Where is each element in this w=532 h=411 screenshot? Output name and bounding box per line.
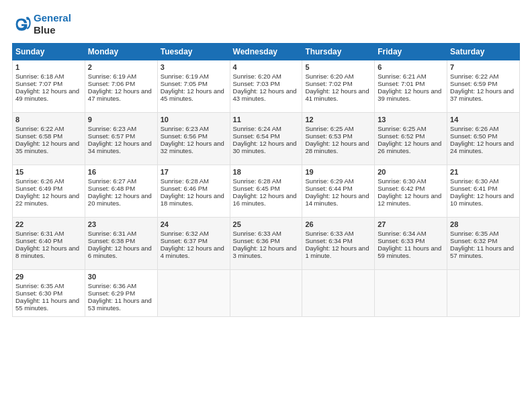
- sunrise: Sunrise: 6:33 AM: [233, 230, 281, 237]
- day-cell: 20Sunrise: 6:30 AMSunset: 6:42 PMDayligh…: [375, 165, 447, 218]
- day-cell: 8Sunrise: 6:22 AMSunset: 6:58 PMDaylight…: [13, 113, 85, 165]
- day-cell: 13Sunrise: 6:25 AMSunset: 6:52 PMDayligh…: [375, 113, 447, 165]
- day-number: 2: [88, 63, 154, 71]
- daylight-label: Daylight: 12 hours and 8 minutes.: [15, 244, 79, 259]
- day-number: 30: [88, 273, 154, 281]
- day-cell: [447, 270, 520, 317]
- sunset: Sunset: 6:41 PM: [450, 185, 497, 192]
- day-cell: 23Sunrise: 6:31 AMSunset: 6:38 PMDayligh…: [85, 218, 157, 270]
- header: General Blue: [12, 12, 520, 36]
- day-number: 7: [450, 63, 517, 71]
- day-number: 17: [161, 168, 227, 176]
- sunrise: Sunrise: 6:29 AM: [305, 177, 353, 185]
- day-number: 8: [15, 116, 82, 124]
- day-number: 29: [15, 273, 82, 281]
- header-cell-friday: Friday: [375, 44, 447, 60]
- header-row: SundayMondayTuesdayWednesdayThursdayFrid…: [13, 44, 520, 60]
- sunrise: Sunrise: 6:32 AM: [161, 230, 209, 237]
- sunrise: Sunrise: 6:23 AM: [161, 125, 209, 132]
- sunrise: Sunrise: 6:30 AM: [450, 177, 498, 185]
- sunset: Sunset: 6:32 PM: [450, 237, 497, 244]
- day-cell: 3Sunrise: 6:19 AMSunset: 7:05 PMDaylight…: [157, 60, 230, 113]
- day-cell: 15Sunrise: 6:26 AMSunset: 6:49 PMDayligh…: [13, 165, 85, 218]
- logo-icon: [12, 15, 31, 34]
- day-cell: 5Sunrise: 6:20 AMSunset: 7:02 PMDaylight…: [302, 60, 375, 113]
- calendar-table: SundayMondayTuesdayWednesdayThursdayFrid…: [12, 43, 520, 317]
- day-number: 22: [15, 220, 82, 228]
- daylight-label: Daylight: 12 hours and 4 minutes.: [161, 244, 224, 259]
- day-number: 15: [15, 168, 82, 176]
- day-number: 12: [305, 116, 371, 124]
- daylight-label: Daylight: 12 hours and 34 minutes.: [88, 140, 152, 154]
- day-cell: 2Sunrise: 6:19 AMSunset: 7:06 PMDaylight…: [85, 60, 157, 113]
- logo-text: General Blue: [34, 12, 71, 36]
- daylight-label: Daylight: 12 hours and 18 minutes.: [161, 192, 224, 207]
- day-cell: 16Sunrise: 6:27 AMSunset: 6:48 PMDayligh…: [85, 165, 157, 218]
- day-cell: 6Sunrise: 6:21 AMSunset: 7:01 PMDaylight…: [375, 60, 447, 113]
- week-row-5: 29Sunrise: 6:35 AMSunset: 6:30 PMDayligh…: [13, 270, 520, 317]
- daylight-label: Daylight: 12 hours and 35 minutes.: [15, 140, 79, 154]
- sunrise: Sunrise: 6:31 AM: [15, 230, 64, 237]
- header-cell-thursday: Thursday: [302, 44, 375, 60]
- daylight-label: Daylight: 12 hours and 14 minutes.: [305, 192, 369, 207]
- day-number: 9: [88, 116, 154, 124]
- sunset: Sunset: 7:05 PM: [161, 80, 208, 87]
- daylight-label: Daylight: 12 hours and 45 minutes.: [161, 87, 224, 102]
- sunrise: Sunrise: 6:23 AM: [88, 125, 136, 132]
- sunset: Sunset: 7:01 PM: [378, 80, 425, 87]
- sunrise: Sunrise: 6:36 AM: [88, 282, 136, 289]
- daylight-label: Daylight: 11 hours and 57 minutes.: [450, 244, 514, 259]
- daylight-label: Daylight: 12 hours and 30 minutes.: [233, 140, 297, 154]
- logo: General Blue: [12, 12, 71, 36]
- daylight-label: Daylight: 12 hours and 16 minutes.: [233, 192, 297, 207]
- sunrise: Sunrise: 6:35 AM: [15, 282, 64, 289]
- day-cell: 14Sunrise: 6:26 AMSunset: 6:50 PMDayligh…: [447, 113, 520, 165]
- sunrise: Sunrise: 6:35 AM: [450, 230, 498, 237]
- page: General Blue SundayMondayTuesdayWednesda…: [0, 0, 532, 411]
- sunset: Sunset: 7:07 PM: [15, 80, 62, 87]
- sunrise: Sunrise: 6:26 AM: [15, 177, 64, 185]
- sunset: Sunset: 6:40 PM: [15, 237, 62, 244]
- daylight-label: Daylight: 12 hours and 49 minutes.: [15, 87, 79, 102]
- day-number: 14: [450, 116, 517, 124]
- sunset: Sunset: 6:37 PM: [161, 237, 208, 244]
- day-number: 11: [233, 116, 300, 124]
- sunset: Sunset: 6:34 PM: [305, 237, 352, 244]
- day-cell: 22Sunrise: 6:31 AMSunset: 6:40 PMDayligh…: [13, 218, 85, 270]
- sunrise: Sunrise: 6:26 AM: [450, 125, 498, 132]
- sunset: Sunset: 6:56 PM: [161, 132, 208, 140]
- daylight-label: Daylight: 12 hours and 39 minutes.: [378, 87, 441, 102]
- sunset: Sunset: 6:57 PM: [88, 132, 135, 140]
- daylight-label: Daylight: 12 hours and 3 minutes.: [233, 244, 297, 259]
- week-row-4: 22Sunrise: 6:31 AMSunset: 6:40 PMDayligh…: [13, 218, 520, 270]
- sunset: Sunset: 6:36 PM: [233, 237, 280, 244]
- sunrise: Sunrise: 6:27 AM: [88, 177, 136, 185]
- sunrise: Sunrise: 6:19 AM: [161, 73, 209, 80]
- day-number: 28: [450, 220, 517, 228]
- daylight-label: Daylight: 12 hours and 1 minute.: [305, 244, 369, 259]
- day-cell: 28Sunrise: 6:35 AMSunset: 6:32 PMDayligh…: [447, 218, 520, 270]
- sunset: Sunset: 6:53 PM: [305, 132, 352, 140]
- day-number: 4: [233, 63, 300, 71]
- day-number: 13: [378, 116, 444, 124]
- sunrise: Sunrise: 6:22 AM: [450, 73, 498, 80]
- sunset: Sunset: 6:48 PM: [88, 185, 135, 192]
- daylight-label: Daylight: 12 hours and 32 minutes.: [161, 140, 224, 154]
- day-number: 21: [450, 168, 517, 176]
- header-cell-monday: Monday: [85, 44, 157, 60]
- sunrise: Sunrise: 6:20 AM: [305, 73, 353, 80]
- week-row-1: 1Sunrise: 6:18 AMSunset: 7:07 PMDaylight…: [13, 60, 520, 113]
- day-cell: 19Sunrise: 6:29 AMSunset: 6:44 PMDayligh…: [302, 165, 375, 218]
- sunrise: Sunrise: 6:25 AM: [378, 125, 426, 132]
- sunrise: Sunrise: 6:28 AM: [233, 177, 281, 185]
- day-cell: [230, 270, 302, 317]
- sunrise: Sunrise: 6:31 AM: [88, 230, 136, 237]
- daylight-label: Daylight: 12 hours and 20 minutes.: [88, 192, 152, 207]
- header-cell-wednesday: Wednesday: [230, 44, 302, 60]
- day-cell: 9Sunrise: 6:23 AMSunset: 6:57 PMDaylight…: [85, 113, 157, 165]
- sunset: Sunset: 6:38 PM: [88, 237, 135, 244]
- sunrise: Sunrise: 6:34 AM: [378, 230, 426, 237]
- daylight-label: Daylight: 12 hours and 12 minutes.: [378, 192, 441, 207]
- sunrise: Sunrise: 6:30 AM: [378, 177, 426, 185]
- daylight-label: Daylight: 12 hours and 28 minutes.: [305, 140, 369, 154]
